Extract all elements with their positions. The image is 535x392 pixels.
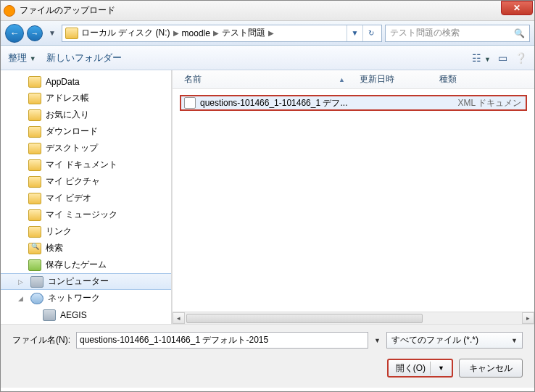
tree-computer[interactable]: ▷コンピューター <box>1 273 171 290</box>
tree-saved-games[interactable]: 保存したゲーム <box>1 257 171 273</box>
chevron-right-icon[interactable]: ▶ <box>213 29 219 37</box>
scroll-thumb[interactable] <box>186 314 423 323</box>
toolbar: 整理 ▼ 新しいフォルダー ☷ ▼ ▭ ❔ <box>1 46 534 70</box>
tree-links[interactable]: リンク <box>1 223 171 240</box>
column-name[interactable]: 名前▲ <box>173 73 360 86</box>
tree-contacts[interactable]: アドレス帳 <box>1 90 171 107</box>
tree-music[interactable]: マイ ミュージック <box>1 207 171 223</box>
column-type[interactable]: 種類 <box>439 73 534 86</box>
organize-menu[interactable]: 整理 ▼ <box>8 51 36 64</box>
nav-bar: ← → ▼ ローカル ディスク (N:) ▶ moodle ▶ テスト問題 ▶ … <box>1 21 534 46</box>
address-bar[interactable]: ローカル ディスク (N:) ▶ moodle ▶ テスト問題 ▶ ▼ ↻ <box>62 25 382 42</box>
firefox-icon <box>4 5 15 17</box>
file-filter-select[interactable]: すべてのファイル (*.*) ▼ <box>386 332 523 349</box>
new-folder-button[interactable]: 新しいフォルダー <box>46 51 122 64</box>
tree-searches[interactable]: 検索 <box>1 240 171 257</box>
cancel-button[interactable]: キャンセル <box>459 359 523 378</box>
file-list-pane: 名前▲ 更新日時 種類 questions-101466_1-101466_1 … <box>172 70 534 324</box>
search-placeholder: テスト問題の検索 <box>390 27 460 39</box>
crumb-drive[interactable]: ローカル ディスク (N:) <box>81 27 170 39</box>
tree-documents[interactable]: マイ ドキュメント <box>1 157 171 173</box>
list-body[interactable]: questions-101466_1-101466_1 デフ... XML ドキ… <box>173 89 534 312</box>
filename-input[interactable] <box>76 332 368 349</box>
content: AppData アドレス帳 お気に入り ダウンロード デスクトップ マイ ドキュ… <box>1 70 534 324</box>
tree-appdata[interactable]: AppData <box>1 73 171 90</box>
sort-indicator-icon: ▲ <box>339 76 345 83</box>
chevron-right-icon[interactable]: ▶ <box>173 29 179 37</box>
tree-desktop[interactable]: デスクトップ <box>1 140 171 157</box>
horizontal-scrollbar[interactable]: ◂ ▸ <box>173 312 534 324</box>
window-title: ファイルのアップロード <box>20 4 115 17</box>
file-name: questions-101466_1-101466_1 デフ... <box>200 97 367 109</box>
xml-file-icon <box>184 97 196 109</box>
tree-downloads[interactable]: ダウンロード <box>1 123 171 140</box>
tree-pictures[interactable]: マイ ピクチャ <box>1 173 171 190</box>
tree-network[interactable]: ◢ネットワーク <box>1 290 171 306</box>
crumb-1[interactable]: moodle <box>182 28 210 38</box>
chevron-down-icon: ▼ <box>511 337 518 344</box>
crumb-2[interactable]: テスト問題 <box>222 27 265 39</box>
bottom-panel: ファイル名(N): ▼ すべてのファイル (*.*) ▼ 開く(O)▼ キャンセ… <box>1 324 534 388</box>
tree-videos[interactable]: マイ ビデオ <box>1 190 171 207</box>
forward-button[interactable]: → <box>27 25 43 41</box>
list-header: 名前▲ 更新日時 種類 <box>173 70 534 89</box>
file-row[interactable]: questions-101466_1-101466_1 デフ... XML ドキ… <box>180 95 527 111</box>
search-input[interactable]: テスト問題の検索 🔍 <box>385 25 530 42</box>
help-button[interactable]: ❔ <box>515 52 527 64</box>
scroll-right-button[interactable]: ▸ <box>522 312 534 324</box>
search-icon: 🔍 <box>514 28 525 38</box>
open-button[interactable]: 開く(O)▼ <box>387 359 453 378</box>
tree-favorites[interactable]: お気に入り <box>1 107 171 123</box>
chevron-down-icon[interactable]: ▼ <box>438 364 444 372</box>
tree-aegis[interactable]: AEGIS <box>1 306 171 323</box>
scroll-left-button[interactable]: ◂ <box>173 312 185 324</box>
file-type: XML ドキュメン <box>457 97 526 109</box>
column-date[interactable]: 更新日時 <box>360 73 439 86</box>
history-dropdown[interactable]: ▼ <box>46 29 59 37</box>
drive-icon <box>65 28 78 39</box>
address-dropdown[interactable]: ▼ <box>347 25 362 41</box>
back-button[interactable]: ← <box>5 24 24 43</box>
scroll-track[interactable] <box>185 312 522 324</box>
titlebar: ファイルのアップロード ✕ <box>1 1 534 21</box>
view-menu[interactable]: ☷ ▼ <box>472 52 491 64</box>
preview-pane-button[interactable]: ▭ <box>498 52 507 64</box>
sidebar-tree[interactable]: AppData アドレス帳 お気に入り ダウンロード デスクトップ マイ ドキュ… <box>1 70 172 324</box>
filename-label: ファイル名(N): <box>12 334 70 346</box>
chevron-right-icon[interactable]: ▶ <box>268 29 274 37</box>
refresh-button[interactable]: ↻ <box>362 25 378 41</box>
close-button[interactable]: ✕ <box>501 1 533 15</box>
filename-dropdown[interactable]: ▼ <box>374 337 381 344</box>
